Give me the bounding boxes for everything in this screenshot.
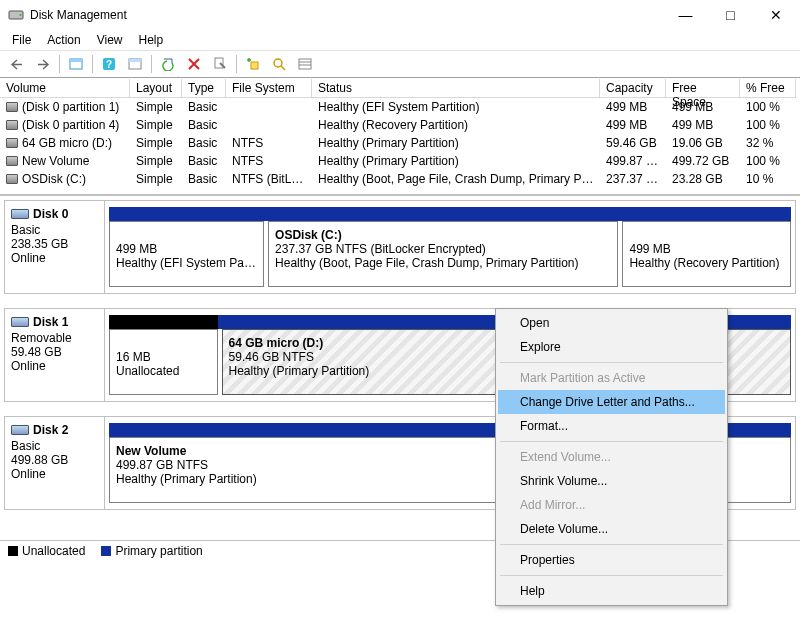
partition[interactable]: OSDisk (C:)237.37 GB NTFS (BitLocker Enc… bbox=[268, 221, 618, 287]
app-icon bbox=[8, 7, 24, 23]
disk-icon bbox=[11, 425, 29, 435]
partition[interactable]: 499 MBHealthy (Recovery Partition) bbox=[622, 221, 791, 287]
minimize-button[interactable]: — bbox=[663, 0, 708, 29]
toolbar-separator bbox=[151, 55, 152, 73]
col-layout[interactable]: Layout bbox=[130, 79, 182, 98]
menu-bar: File Action View Help bbox=[0, 30, 800, 50]
drive-icon bbox=[6, 174, 18, 184]
context-menu-separator bbox=[500, 575, 723, 576]
svg-rect-3 bbox=[70, 59, 82, 62]
svg-rect-9 bbox=[251, 62, 258, 69]
window-controls: — □ ✕ bbox=[663, 0, 798, 30]
maximize-button[interactable]: □ bbox=[708, 0, 753, 29]
context-menu-separator bbox=[500, 544, 723, 545]
legend-unallocated: Unallocated bbox=[8, 544, 85, 558]
legend-primary: Primary partition bbox=[101, 544, 202, 558]
volume-row[interactable]: OSDisk (C:)SimpleBasicNTFS (BitLo...Heal… bbox=[0, 170, 800, 188]
col-pctfree[interactable]: % Free bbox=[740, 79, 796, 98]
close-button[interactable]: ✕ bbox=[753, 0, 798, 29]
title-bar: Disk Management — □ ✕ bbox=[0, 0, 800, 30]
context-menu-item: Mark Partition as Active bbox=[498, 366, 725, 390]
back-button[interactable] bbox=[5, 53, 29, 75]
properties-button[interactable] bbox=[208, 53, 232, 75]
toolbar-separator bbox=[59, 55, 60, 73]
toolbar: ? bbox=[0, 50, 800, 78]
svg-rect-7 bbox=[129, 59, 141, 62]
col-capacity[interactable]: Capacity bbox=[600, 79, 666, 98]
col-type[interactable]: Type bbox=[182, 79, 226, 98]
toolbar-separator bbox=[92, 55, 93, 73]
context-menu-item[interactable]: Open bbox=[498, 311, 725, 335]
volume-rows: (Disk 0 partition 1)SimpleBasicHealthy (… bbox=[0, 98, 800, 194]
disk-meta[interactable]: Disk 1Removable59.48 GBOnline bbox=[5, 309, 105, 401]
context-menu-item[interactable]: Shrink Volume... bbox=[498, 469, 725, 493]
menu-file[interactable]: File bbox=[4, 31, 39, 49]
legend-unallocated-label: Unallocated bbox=[22, 544, 85, 558]
list-icon[interactable] bbox=[293, 53, 317, 75]
context-menu-item[interactable]: Help bbox=[498, 579, 725, 603]
disk-icon bbox=[11, 317, 29, 327]
context-menu-item[interactable]: Properties bbox=[498, 548, 725, 572]
drive-icon bbox=[6, 120, 18, 130]
context-menu-separator bbox=[500, 441, 723, 442]
col-filesystem[interactable]: File System bbox=[226, 79, 312, 98]
col-free[interactable]: Free Space bbox=[666, 79, 740, 98]
svg-rect-8 bbox=[215, 58, 223, 68]
context-menu-item[interactable]: Format... bbox=[498, 414, 725, 438]
partition[interactable]: 499 MBHealthy (EFI System Partition) bbox=[109, 221, 264, 287]
context-menu-item: Add Mirror... bbox=[498, 493, 725, 517]
volume-row[interactable]: New VolumeSimpleBasicNTFSHealthy (Primar… bbox=[0, 152, 800, 170]
col-status[interactable]: Status bbox=[312, 79, 600, 98]
refresh-button[interactable] bbox=[156, 53, 180, 75]
settings-button[interactable] bbox=[123, 53, 147, 75]
context-menu-item[interactable]: Delete Volume... bbox=[498, 517, 725, 541]
partition[interactable]: 16 MBUnallocated bbox=[109, 329, 218, 395]
menu-action[interactable]: Action bbox=[39, 31, 88, 49]
forward-button[interactable] bbox=[31, 53, 55, 75]
drive-icon bbox=[6, 156, 18, 166]
context-menu-item[interactable]: Change Drive Letter and Paths... bbox=[498, 390, 725, 414]
window-title: Disk Management bbox=[30, 8, 663, 22]
volume-row[interactable]: (Disk 0 partition 1)SimpleBasicHealthy (… bbox=[0, 98, 800, 116]
disk-meta[interactable]: Disk 2Basic499.88 GBOnline bbox=[5, 417, 105, 509]
svg-point-10 bbox=[274, 59, 282, 67]
volume-row[interactable]: 64 GB micro (D:)SimpleBasicNTFSHealthy (… bbox=[0, 134, 800, 152]
search-icon[interactable] bbox=[267, 53, 291, 75]
toolbar-separator bbox=[236, 55, 237, 73]
volume-list: Volume Layout Type File System Status Ca… bbox=[0, 78, 800, 195]
context-menu: OpenExploreMark Partition as ActiveChang… bbox=[495, 308, 728, 606]
help-button[interactable]: ? bbox=[97, 53, 121, 75]
delete-button[interactable] bbox=[182, 53, 206, 75]
svg-point-1 bbox=[20, 14, 22, 16]
menu-view[interactable]: View bbox=[89, 31, 131, 49]
svg-rect-11 bbox=[299, 59, 311, 69]
col-volume[interactable]: Volume bbox=[0, 79, 130, 98]
legend-primary-label: Primary partition bbox=[115, 544, 202, 558]
context-menu-separator bbox=[500, 362, 723, 363]
menu-help[interactable]: Help bbox=[131, 31, 172, 49]
drive-icon bbox=[6, 102, 18, 112]
svg-text:?: ? bbox=[106, 59, 112, 70]
disk-row: Disk 0Basic238.35 GBOnline 499 MBHealthy… bbox=[4, 200, 796, 294]
context-menu-item[interactable]: Explore bbox=[498, 335, 725, 359]
volume-list-header: Volume Layout Type File System Status Ca… bbox=[0, 78, 800, 98]
disk-meta[interactable]: Disk 0Basic238.35 GBOnline bbox=[5, 201, 105, 293]
drive-icon bbox=[6, 138, 18, 148]
context-menu-item: Extend Volume... bbox=[498, 445, 725, 469]
new-icon[interactable] bbox=[241, 53, 265, 75]
show-hide-tree-button[interactable] bbox=[64, 53, 88, 75]
disk-icon bbox=[11, 209, 29, 219]
volume-row[interactable]: (Disk 0 partition 4)SimpleBasicHealthy (… bbox=[0, 116, 800, 134]
